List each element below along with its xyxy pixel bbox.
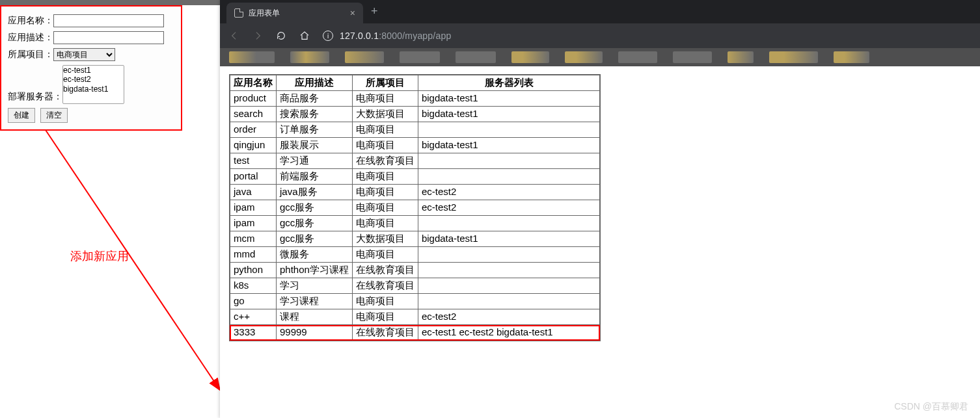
table-cell (418, 247, 600, 263)
table-cell: 搜索服务 (277, 107, 353, 122)
table-cell (418, 278, 600, 294)
bookmark-item[interactable] (834, 51, 869, 63)
watermark: CSDN @百慕卿君 (894, 401, 968, 413)
table-header: 服务器列表 (418, 75, 600, 91)
table-row: c++课程电商项目ec-test2 (230, 309, 600, 325)
table-cell: bigdata-test1 (418, 91, 600, 107)
table-cell: product (230, 91, 277, 107)
table-row: mcmgcc服务大数据项目bigdata-test1 (230, 231, 600, 247)
table-row: pythonphthon学习课程在线教育项目 (230, 263, 600, 278)
table-cell: ec-test2 (418, 200, 600, 216)
reload-button[interactable] (276, 31, 286, 41)
table-cell: 电商项目 (352, 138, 418, 153)
deploy-server-listbox[interactable]: ec-test1ec-test2bigdata-test1 (62, 65, 124, 104)
table-row: product商品服务电商项目bigdata-test1 (230, 91, 600, 107)
table-header: 应用描述 (277, 75, 353, 91)
bookmark-item[interactable] (769, 51, 818, 63)
top-strip (0, 0, 220, 5)
project-select[interactable]: 电商项目 (53, 48, 115, 61)
table-cell: order (230, 122, 277, 138)
table-cell: 大数据项目 (352, 107, 418, 122)
browser-tab[interactable]: 应用表单 × (226, 3, 363, 23)
bookmark-item[interactable] (345, 51, 384, 63)
table-cell (418, 153, 600, 169)
table-row: order订单服务电商项目 (230, 122, 600, 138)
table-cell: search (230, 107, 277, 122)
create-button[interactable]: 创建 (8, 108, 35, 123)
table-cell: 学习 (277, 278, 353, 294)
clear-button[interactable]: 清空 (40, 108, 68, 123)
annotation-arrow (39, 124, 228, 403)
table-row: go学习课程电商项目 (230, 294, 600, 309)
server-option[interactable]: ec-test2 (63, 75, 124, 84)
app-table: 应用名称应用描述所属项目服务器列表 product商品服务电商项目bigdata… (229, 74, 601, 341)
table-cell: k8s (230, 278, 277, 294)
table-cell: 订单服务 (277, 122, 353, 138)
table-cell: mcm (230, 231, 277, 247)
table-cell: 电商项目 (352, 200, 418, 216)
table-cell: 前端服务 (277, 169, 353, 185)
table-cell: mmd (230, 247, 277, 263)
table-cell: 99999 (277, 325, 353, 341)
table-cell: qingjun (230, 138, 277, 153)
bookmark-item[interactable] (400, 51, 440, 63)
table-cell: 在线教育项目 (352, 263, 418, 278)
table-row: ipamgcc服务电商项目 (230, 216, 600, 231)
table-row: qingjun服装展示电商项目bigdata-test1 (230, 138, 600, 153)
bookmark-item[interactable] (728, 51, 754, 63)
bookmark-bar (220, 48, 980, 66)
home-button[interactable] (299, 31, 310, 41)
bookmark-item[interactable] (565, 51, 603, 63)
table-cell: java服务 (277, 185, 353, 200)
table-cell (418, 169, 600, 185)
table-cell: 商品服务 (277, 91, 353, 107)
back-button[interactable] (229, 31, 239, 41)
bookmark-item[interactable] (618, 51, 657, 63)
table-row: test学习通在线教育项目 (230, 153, 600, 169)
bookmark-item[interactable] (229, 51, 275, 63)
deploy-label: 部署服务器： (8, 65, 62, 103)
app-desc-input[interactable] (53, 31, 164, 44)
table-cell: phthon学习课程 (277, 263, 353, 278)
table-cell: ipam (230, 200, 277, 216)
server-option[interactable]: bigdata-test1 (63, 85, 124, 94)
table-cell: java (230, 185, 277, 200)
server-option[interactable]: ec-test1 (63, 66, 124, 75)
table-cell: ipam (230, 216, 277, 231)
address-bar[interactable]: i 127.0.0.1:8000/myapp/app (323, 31, 971, 41)
table-cell: gcc服务 (277, 231, 353, 247)
close-tab-icon[interactable]: × (350, 8, 355, 18)
site-info-icon[interactable]: i (323, 31, 333, 41)
table-cell: 大数据项目 (352, 231, 418, 247)
bookmark-item[interactable] (290, 51, 329, 63)
forward-button[interactable] (252, 31, 263, 41)
table-row: ipamgcc服务电商项目ec-test2 (230, 200, 600, 216)
nav-toolbar: i 127.0.0.1:8000/myapp/app (220, 23, 980, 48)
app-name-input[interactable] (53, 14, 164, 27)
table-cell: ec-test1 ec-test2 bigdata-test1 (418, 325, 600, 341)
table-cell: 电商项目 (352, 91, 418, 107)
table-row: 333399999在线教育项目ec-test1 ec-test2 bigdata… (230, 325, 600, 341)
table-cell (418, 294, 600, 309)
table-row: javajava服务电商项目ec-test2 (230, 185, 600, 200)
table-cell: 电商项目 (352, 169, 418, 185)
table-cell: gcc服务 (277, 216, 353, 231)
bookmark-item[interactable] (511, 51, 549, 63)
tab-title: 应用表单 (249, 8, 280, 19)
table-cell: python (230, 263, 277, 278)
table-cell (418, 263, 600, 278)
table-cell: ec-test2 (418, 309, 600, 325)
tab-strip: 应用表单 × + (220, 0, 980, 23)
bookmark-item[interactable] (673, 51, 712, 63)
table-cell (418, 122, 600, 138)
table-cell: test (230, 153, 277, 169)
table-cell: portal (230, 169, 277, 185)
table-cell: 电商项目 (352, 185, 418, 200)
new-tab-button[interactable]: + (363, 5, 386, 22)
table-cell: 微服务 (277, 247, 353, 263)
bookmark-item[interactable] (456, 51, 496, 63)
table-cell: 电商项目 (352, 216, 418, 231)
app-desc-label: 应用描述： (8, 32, 53, 44)
table-header: 所属项目 (352, 75, 418, 91)
table-cell: bigdata-test1 (418, 138, 600, 153)
